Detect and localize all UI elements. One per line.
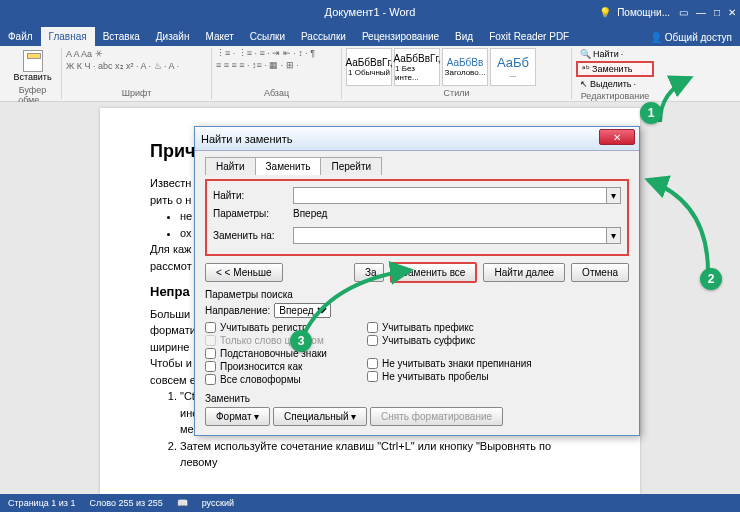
dialog-title-bar[interactable]: Найти и заменить ✕ [195, 127, 639, 151]
tab-foxit[interactable]: Foxit Reader PDF [481, 27, 577, 46]
close-icon[interactable]: ✕ [728, 7, 736, 18]
dialog-tab-find[interactable]: Найти [205, 157, 256, 175]
tab-design[interactable]: Дизайн [148, 27, 198, 46]
font-group-label: Шрифт [66, 87, 207, 99]
dialog-tab-goto[interactable]: Перейти [320, 157, 382, 175]
marker-3: 3 [290, 330, 312, 352]
status-words[interactable]: Слово 255 из 255 [89, 498, 162, 508]
font-style-row[interactable]: Ж К Ч · abc x₂ x² · A · ♨ · A · [66, 61, 207, 71]
tab-file[interactable]: Файл [0, 27, 41, 46]
paragraph-controls: ⋮≡ · ⋮≡ · ≡ · ⇥ ⇤ · ↕ · ¶ ≡ ≡ ≡ ≡ · ↕≡ ·… [216, 48, 337, 70]
style-gallery[interactable]: АаБбВвГг,1 Обычный АаБбВвГг,1 Без инте..… [346, 48, 567, 86]
style-heading[interactable]: АаБбВвЗаголово... [442, 48, 488, 86]
cb-wildcards[interactable]: Подстановочные знаки [205, 348, 327, 359]
select-button[interactable]: ↖Выделить · [576, 78, 654, 90]
find-dropdown[interactable]: ▾ [607, 187, 621, 204]
replace-label: Заменить на: [213, 230, 293, 241]
find-button[interactable]: 🔍Найти · [576, 48, 654, 60]
align-buttons[interactable]: ≡ ≡ ≡ ≡ · ↕≡ · ▦ · ⊞ · [216, 60, 337, 70]
search-fields-box: Найти: ▾ Параметры: Вперед Заменить на: … [205, 179, 629, 256]
cb-punct[interactable]: Не учитывать знаки препинания [367, 358, 532, 369]
arrow-1 [652, 72, 712, 134]
cursor-icon: ↖ [580, 79, 588, 89]
arrow-3 [300, 262, 420, 344]
marker-2: 2 [700, 268, 722, 290]
marker-1: 1 [640, 102, 662, 124]
tab-mailings[interactable]: Рассылки [293, 27, 354, 46]
tab-insert[interactable]: Вставка [95, 27, 148, 46]
style-nospace[interactable]: АаБбВвГг,1 Без инте... [394, 48, 440, 86]
font-controls: A A Aa ⚹ Ж К Ч · abc x₂ x² · A · ♨ · A · [66, 48, 207, 71]
style-more[interactable]: АаБб... [490, 48, 536, 86]
replace-icon: ᵃᵇ [582, 64, 590, 74]
tab-review[interactable]: Рецензирование [354, 27, 447, 46]
font-group: A A Aa ⚹ Ж К Ч · abc x₂ x² · A · ♨ · A ·… [62, 48, 212, 99]
clipboard-group: Вставить Буфер обме... [4, 48, 62, 99]
status-page[interactable]: Страница 1 из 1 [8, 498, 75, 508]
styles-group: АаБбВвГг,1 Обычный АаБбВвГг,1 Без инте..… [342, 48, 572, 99]
clear-format-icon[interactable]: ⚹ [95, 48, 103, 59]
menu-bar: Файл Главная Вставка Дизайн Макет Ссылки… [0, 24, 740, 46]
editing-group-label: Редактирование [576, 90, 654, 102]
spellcheck-icon[interactable]: 📖 [177, 498, 188, 508]
paste-label: Вставить [13, 72, 51, 82]
search-icon: 🔍 [580, 49, 591, 59]
styles-group-label: Стили [346, 87, 567, 99]
find-input[interactable] [293, 187, 607, 204]
tab-home[interactable]: Главная [41, 27, 95, 46]
cancel-button[interactable]: Отмена [571, 263, 629, 282]
replace-dropdown[interactable]: ▾ [607, 227, 621, 244]
person-icon: 👤 [650, 32, 662, 43]
restore-icon[interactable]: ▭ [679, 7, 688, 18]
help-text[interactable]: Помощни... [617, 7, 670, 18]
editing-group: 🔍Найти · ᵃᵇЗаменить ↖Выделить · Редактир… [572, 48, 658, 99]
list-buttons[interactable]: ⋮≡ · ⋮≡ · ≡ · ⇥ ⇤ · ↕ · ¶ [216, 48, 337, 58]
find-next-button[interactable]: Найти далее [483, 263, 565, 282]
style-normal[interactable]: АаБбВвГг,1 Обычный [346, 48, 392, 86]
dialog-tab-replace[interactable]: Заменить [255, 157, 322, 175]
clipboard-icon [23, 50, 43, 72]
share-label: Общий доступ [665, 32, 732, 43]
direction-label: Направление: [205, 305, 270, 316]
paste-button[interactable]: Вставить [8, 48, 57, 84]
help-section: 💡 Помощни... [599, 7, 670, 18]
status-lang[interactable]: русский [202, 498, 234, 508]
window-controls: ▭ — □ ✕ [679, 7, 736, 18]
tab-references[interactable]: Ссылки [242, 27, 293, 46]
lightbulb-icon: 💡 [599, 7, 611, 18]
cb-sounds[interactable]: Произносится как [205, 361, 327, 372]
paragraph-group-label: Абзац [216, 87, 337, 99]
find-label: Найти: [213, 190, 293, 201]
replace-section-label: Заменить [205, 393, 629, 404]
title-bar: Документ1 - Word 💡 Помощни... ▭ — □ ✕ [0, 0, 740, 24]
maximize-icon[interactable]: □ [714, 7, 720, 18]
app-title: Документ1 - Word [325, 6, 416, 18]
replace-button[interactable]: ᵃᵇЗаменить [576, 61, 654, 77]
params-label: Параметры: [213, 208, 293, 219]
cb-space[interactable]: Не учитывать пробелы [367, 371, 532, 382]
replace-format-section: Заменить Формат ▾ Специальный ▾ Снять фо… [205, 393, 629, 426]
replace-input[interactable] [293, 227, 607, 244]
params-value: Вперед [293, 208, 327, 219]
dialog-tabs: Найти Заменить Перейти [205, 157, 629, 175]
noformat-button: Снять форматирование [370, 407, 503, 426]
less-button[interactable]: < < Меньше [205, 263, 283, 282]
tab-view[interactable]: Вид [447, 27, 481, 46]
minimize-icon[interactable]: — [696, 7, 706, 18]
dialog-close-button[interactable]: ✕ [599, 129, 635, 145]
status-bar: Страница 1 из 1 Слово 255 из 255 📖 русск… [0, 494, 740, 512]
special-button[interactable]: Специальный ▾ [273, 407, 367, 426]
dialog-title: Найти и заменить [201, 133, 292, 145]
ribbon: Вставить Буфер обме... A A Aa ⚹ Ж К Ч · … [0, 46, 740, 102]
format-button[interactable]: Формат ▾ [205, 407, 270, 426]
cb-forms[interactable]: Все словоформы [205, 374, 327, 385]
share-button[interactable]: 👤 Общий доступ [642, 29, 740, 46]
paragraph-group: ⋮≡ · ⋮≡ · ≡ · ⇥ ⇤ · ↕ · ¶ ≡ ≡ ≡ ≡ · ↕≡ ·… [212, 48, 342, 99]
font-size-buttons[interactable]: A A Aa [66, 49, 92, 59]
tab-layout[interactable]: Макет [197, 27, 241, 46]
